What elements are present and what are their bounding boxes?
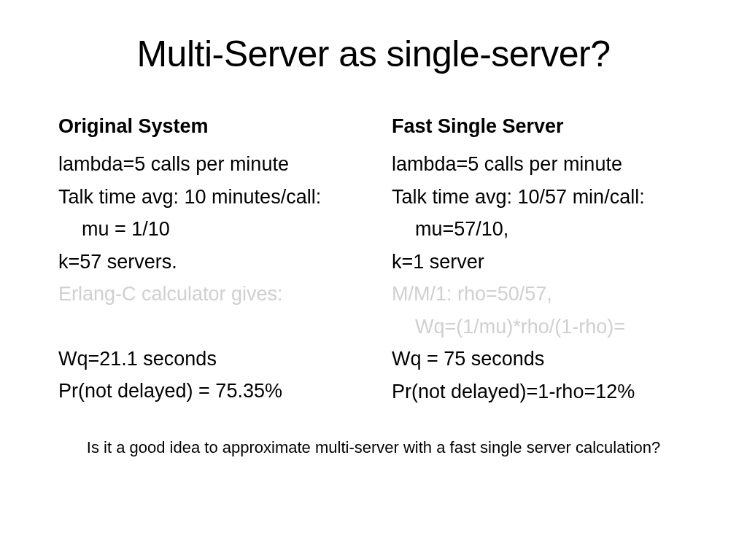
text-line: mu=57/10, <box>392 213 703 246</box>
text-line: Talk time avg: 10/57 min/call: <box>392 181 703 214</box>
text-line: Pr(not delayed) = 75.35% <box>58 375 370 408</box>
left-column: Original System lambda=5 calls per minut… <box>44 115 370 408</box>
right-heading: Fast Single Server <box>392 115 703 138</box>
text-line: M/M/1: rho=50/57, <box>392 278 703 311</box>
right-body: lambda=5 calls per minuteTalk time avg: … <box>392 148 703 408</box>
text-line: k=1 server <box>392 246 703 279</box>
text-line: Talk time avg: 10 minutes/call: <box>58 181 370 214</box>
left-body: lambda=5 calls per minuteTalk time avg: … <box>58 148 370 408</box>
text-line: lambda=5 calls per minute <box>58 148 370 181</box>
text-line: Wq=21.1 seconds <box>58 343 370 376</box>
text-line: lambda=5 calls per minute <box>392 148 703 181</box>
footer-question: Is it a good idea to approximate multi-s… <box>44 438 703 457</box>
text-line: k=57 servers. <box>58 246 370 279</box>
columns-container: Original System lambda=5 calls per minut… <box>44 115 703 408</box>
left-heading: Original System <box>58 115 370 138</box>
text-line: mu = 1/10 <box>58 213 370 246</box>
text-line <box>58 311 370 343</box>
right-column: Fast Single Server lambda=5 calls per mi… <box>384 115 703 408</box>
text-line: Wq=(1/mu)*rho/(1-rho)= <box>392 311 703 343</box>
text-line: Erlang-C calculator gives: <box>58 278 370 311</box>
slide-title: Multi-Server as single-server? <box>44 33 703 75</box>
text-line: Wq = 75 seconds <box>392 343 703 376</box>
text-line: Pr(not delayed)=1-rho=12% <box>392 376 703 408</box>
